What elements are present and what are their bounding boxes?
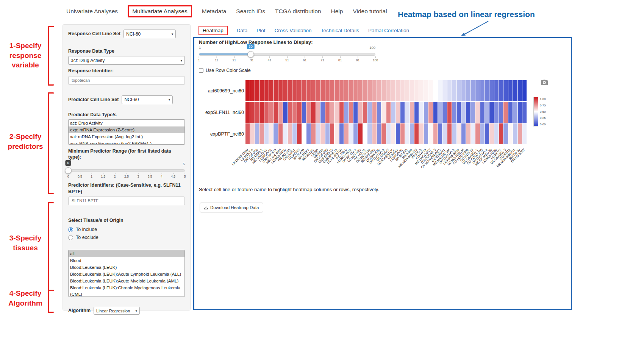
heatmap-cell — [475, 80, 480, 101]
heatmap-cell — [283, 80, 287, 101]
lines-track[interactable] — [199, 53, 375, 56]
heatmap-cell — [508, 80, 513, 101]
heatmap-cell — [245, 102, 250, 123]
heatmap-cell — [522, 102, 527, 123]
response-lines-slider[interactable]: 1 100 30 1112131415161718191100 — [199, 45, 375, 64]
heatmap-cell — [522, 80, 527, 101]
heatmap-cell — [480, 80, 485, 101]
nav-item-tcga-distribution[interactable]: TCGA distribution — [275, 8, 321, 15]
heatmap-cell — [269, 102, 273, 123]
heatmap-cell — [471, 102, 475, 123]
tab-technical-details[interactable]: Technical Details — [321, 28, 359, 33]
heatmap-cell — [438, 123, 442, 144]
nav-item-help[interactable]: Help — [331, 8, 343, 15]
min-range-slider[interactable]: 0 5 00.511.522.533.544.55 — [68, 161, 185, 181]
heatmap-grid — [245, 80, 527, 145]
heatmap-cell — [363, 80, 367, 101]
tissue-listbox[interactable]: allBloodBlood:Leukemia (LEUK)Blood:Leuke… — [68, 250, 185, 297]
slider-tick: 81 — [338, 58, 342, 62]
tissue-include-radio[interactable]: To include — [68, 227, 185, 232]
heatmap-cell — [274, 123, 278, 144]
tissue-option-all[interactable]: all — [69, 250, 184, 257]
lines-value-bubble: 30 — [247, 44, 255, 49]
heatmap-cell — [489, 123, 494, 144]
camera-icon[interactable] — [541, 80, 548, 87]
heatmap-cell — [292, 102, 297, 123]
heatmap-cell — [494, 123, 499, 144]
heatmap-cell — [288, 102, 292, 123]
download-heatmap-button[interactable]: Download Heatmap Data — [200, 203, 263, 212]
heatmap-cell — [358, 123, 362, 144]
heatmap-cell — [320, 123, 325, 144]
nav-item-univariate-analyses[interactable]: Univariate Analyses — [66, 8, 118, 15]
heatmap-cell — [283, 123, 287, 144]
nav-item-video-tutorial[interactable]: Video tutorial — [353, 8, 387, 15]
heatmap-cell — [396, 80, 400, 101]
legend-tick-label: 0.25 — [540, 116, 546, 120]
heatmap-cell — [377, 123, 381, 144]
response-set-select[interactable]: NCI-60 ▾ — [123, 30, 176, 38]
tissue-exclude-radio[interactable]: To exclude — [68, 235, 185, 240]
tissue-option-blood[interactable]: Blood — [69, 257, 184, 264]
nav-item-multivariate-analyses[interactable]: Multivariate Analyses — [128, 5, 192, 17]
predictor-type-listbox[interactable]: act: Drug Activityexp: mRNA Expression (… — [68, 119, 185, 145]
heatmap-cell — [349, 123, 353, 144]
heatmap-cell — [396, 102, 400, 123]
tab-data[interactable]: Data — [237, 28, 248, 33]
predictor-type-option-xai-mrna-expression-avg-log2-int[interactable]: xai: mRNA Expression (Avg. log2 Int.) — [69, 133, 184, 140]
checkbox-unchecked-icon — [199, 68, 203, 73]
tissue-option-blood-leukemia-leuk-chronic-myelogenous-leukemia-cml[interactable]: Blood:Leukemia (LEUK):Chronic Myelogenou… — [69, 284, 184, 297]
lines-fill — [199, 53, 251, 55]
predictor-ids-input[interactable] — [68, 197, 185, 205]
heatmap-cell — [259, 123, 264, 144]
heatmap-cell — [292, 80, 297, 101]
row-color-scale-checkbox[interactable]: Use Row Color Scale — [199, 68, 251, 73]
nav-item-search-ids[interactable]: Search IDs — [236, 8, 265, 15]
predictor-type-option-act-drug-activity[interactable]: act: Drug Activity — [69, 120, 184, 126]
tissue-option-blood-leukemia-leuk-acute-lymphoid-leukemia-all[interactable]: Blood:Leukemia (LEUK):Acute Lymphoid Leu… — [69, 271, 184, 278]
nav-item-metadata[interactable]: Metadata — [202, 8, 227, 15]
annotation-step-2: 2-Specify predictors — [3, 132, 48, 151]
predictor-type-option-xsq-rna-seq-expression-log2-fpkm-1[interactable]: xsq: RNA-seq Expression (log2 FPKM+1.) — [69, 140, 184, 145]
slider-tick: 5 — [184, 175, 186, 178]
tissue-exclude-label: To exclude — [76, 235, 98, 240]
heatmap-cell — [278, 102, 283, 123]
heatmap-cell — [292, 123, 297, 144]
heatmap-cell — [471, 123, 475, 144]
legend-gradient-bar — [533, 97, 538, 126]
tissue-option-blood-leukemia-leuk[interactable]: Blood:Leukemia (LEUK) — [69, 264, 184, 271]
tissue-option-blood-leukemia-leuk-acute-myeloid-leukemia-aml[interactable]: Blood:Leukemia (LEUK):Acute Myeloid Leuk… — [69, 278, 184, 284]
annotation-bracket-1 — [48, 26, 54, 86]
tab-plot[interactable]: Plot — [256, 28, 265, 33]
heatmap-row-label[interactable]: expSLFN11_nci60 — [197, 102, 244, 123]
algorithm-select[interactable]: Linear Regression ▾ — [94, 307, 140, 315]
heatmap-cell — [353, 102, 358, 123]
predictor-type-option-exp-mrna-expression-z-score[interactable]: exp: mRNA Expression (Z-Score) — [69, 126, 184, 133]
heatmap-row-label[interactable]: act609699_nci60 — [197, 80, 244, 101]
response-type-label: Response Data Type — [68, 48, 185, 54]
top-nav: Univariate AnalysesMultivariate Analyses… — [66, 5, 387, 17]
lines-slider-ticks: 1112131415161718191100 — [199, 58, 375, 64]
lines-handle[interactable] — [247, 51, 254, 58]
min-range-track[interactable] — [68, 169, 185, 172]
row-color-scale-label: Use Row Color Scale — [206, 68, 251, 73]
heatmap-row-label[interactable]: expBPTF_nci60 — [197, 123, 244, 144]
heatmap-cell — [494, 102, 499, 123]
slider-tick: 31 — [250, 58, 253, 62]
tab-cross-validation[interactable]: Cross-Validation — [275, 28, 312, 33]
response-type-select[interactable]: act: Drug Activity ▾ — [68, 56, 185, 65]
tab-heatmap[interactable]: Heatmap — [199, 26, 228, 35]
response-id-input[interactable] — [68, 76, 185, 85]
tab-partial-correlation[interactable]: Partial Correlation — [368, 28, 409, 33]
predictor-set-select[interactable]: NCI-60 ▾ — [122, 95, 173, 104]
heatmap-cell — [414, 102, 419, 123]
heatmap-cell — [410, 123, 414, 144]
legend-tick-label: 0.75 — [540, 104, 546, 107]
response-set-label: Response Cell Line Set — [68, 31, 120, 37]
heatmap-cell — [522, 123, 527, 144]
heatmap-cell — [372, 123, 377, 144]
heatmap-cell — [302, 123, 306, 144]
heatmap-cell — [381, 123, 386, 144]
heatmap-cell — [269, 123, 273, 144]
heatmap-cell — [452, 102, 456, 123]
